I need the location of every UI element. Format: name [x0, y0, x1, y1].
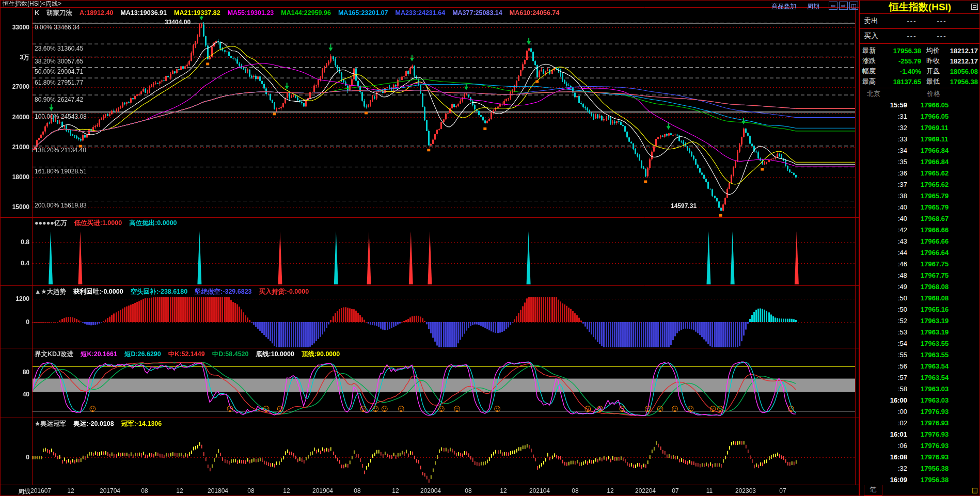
fib-level-label: 200.00% 15619.83 — [35, 202, 87, 209]
tape-price: 17969.11 — [907, 124, 949, 132]
x-axis-tick: 11 — [706, 487, 713, 494]
quote-stat: 17956.38 — [881, 47, 921, 55]
tape-row[interactable]: :4317966.66 — [860, 235, 980, 247]
tick-tape[interactable]: 15:5917966.05:3117966.05:3217969.11:3317… — [860, 99, 980, 485]
quote-stat: 最新 — [862, 46, 881, 55]
tape-row[interactable]: :3317969.11 — [860, 133, 980, 145]
note-icon[interactable]: ▤ — [972, 487, 978, 494]
tape-row[interactable]: :3617965.62 — [860, 167, 980, 179]
indicator-value: 低位买进:1.0000 — [74, 219, 122, 227]
quote-panel: 恒生指数(HSI) 卖出 --- --- 买入 --- --- 最新17956.… — [859, 1, 980, 496]
tape-row[interactable]: :4017968.67 — [860, 213, 980, 224]
tape-row[interactable]: :5317963.19 — [860, 326, 980, 338]
tape-row[interactable]: :3417966.84 — [860, 145, 980, 156]
quote-stat: 昨收 — [921, 56, 942, 66]
main-indicator-line: K胡家刀法A:18912.40MA13:19036.91MA21:19337.8… — [35, 9, 566, 17]
tape-price: 17968.08 — [907, 294, 949, 302]
tape-price: 17976.93 — [907, 430, 949, 438]
tape-row[interactable]: :3217956.38 — [860, 462, 980, 474]
tape-price: 17976.93 — [907, 442, 949, 450]
quote-symbol-title: 恒生指数(HSI) — [860, 1, 980, 14]
tape-price: 17968.08 — [907, 283, 949, 291]
x-axis-tick: 07 — [672, 487, 678, 494]
tape-price: 17956.38 — [907, 476, 949, 484]
tape-time-col: 北京 — [860, 89, 907, 99]
indicator-value: 高位抛出:0.0000 — [129, 219, 177, 227]
overlay-link[interactable]: 商品叠加 — [771, 2, 796, 11]
tape-row[interactable]: :3117966.05 — [860, 110, 980, 122]
tape-row[interactable]: :4817967.75 — [860, 269, 980, 281]
quote-stat-row: 幅度-1.40%开盘18056.08 — [862, 66, 978, 76]
quote-stat: 开盘 — [921, 67, 942, 76]
quote-stat: 18212.17 — [942, 57, 978, 65]
period-label: 周线 — [18, 487, 30, 496]
tape-row[interactable]: :3217969.11 — [860, 122, 980, 133]
tape-row[interactable]: 16:0917956.38 — [860, 474, 980, 485]
tape-row[interactable]: :4617967.75 — [860, 258, 980, 269]
tape-row[interactable]: :4217966.66 — [860, 224, 980, 235]
tape-time: :34 — [860, 147, 907, 154]
tape-time: :52 — [860, 317, 907, 325]
tape-row[interactable]: :5817963.03 — [860, 383, 980, 394]
tape-time: :44 — [860, 249, 907, 257]
tape-price-col: 价格 — [907, 89, 940, 99]
panel-y-label: 0.4 — [1, 260, 29, 267]
tape-time: 16:09 — [860, 476, 907, 484]
x-axis-tick: 08 — [465, 487, 471, 494]
tape-row[interactable]: :5017968.08 — [860, 292, 980, 303]
tape-row[interactable]: :5417963.55 — [860, 338, 980, 349]
panel-y-label: 0 — [1, 454, 29, 461]
panel-y-label: 0 — [1, 318, 29, 326]
tape-row[interactable]: :4917968.08 — [860, 281, 980, 292]
tape-time: :43 — [860, 237, 907, 245]
panel-y-label: 1200 — [1, 295, 29, 302]
tape-row[interactable]: :3517966.84 — [860, 156, 980, 167]
symbol-name: 恒生指数(HSI) — [889, 2, 951, 12]
tape-row[interactable]: :5217963.19 — [860, 315, 980, 326]
indicator-value: MA165:23201.07 — [338, 9, 388, 17]
ask-label: 卖出 — [864, 17, 897, 26]
maximize-icon[interactable] — [971, 4, 978, 10]
tape-row[interactable]: :0217976.93 — [860, 417, 980, 428]
tape-row[interactable]: 16:0817976.93 — [860, 451, 980, 462]
period-link[interactable]: 周期 — [807, 2, 819, 11]
tape-row[interactable]: :3817965.79 — [860, 190, 980, 201]
x-axis-tick: 12 — [67, 487, 74, 494]
x-axis-tick: 201904 — [312, 487, 333, 494]
tape-row[interactable]: 16:0017963.03 — [860, 394, 980, 406]
tape-row[interactable]: :0017976.93 — [860, 406, 980, 417]
tape-row[interactable]: :0617976.93 — [860, 440, 980, 451]
panel-y-label: 40 — [1, 391, 29, 398]
tape-row[interactable]: :3717965.62 — [860, 179, 980, 190]
tape-price: 17966.84 — [907, 147, 949, 154]
x-axis-tick: 202303 — [735, 487, 756, 494]
split-window-icon[interactable]: ◫ — [849, 2, 858, 10]
arrow-left-icon[interactable]: ⇦ — [829, 2, 837, 10]
x-axis-tick: 201607 — [30, 487, 51, 494]
tape-row[interactable]: :5617963.54 — [860, 360, 980, 372]
tape-row[interactable]: :5717963.54 — [860, 372, 980, 383]
quote-stat-row: 最高18137.65最低17956.38 — [862, 76, 978, 87]
tape-row[interactable]: :5517963.55 — [860, 349, 980, 360]
tape-price: 17966.66 — [907, 237, 949, 245]
tape-price: 17968.67 — [907, 215, 949, 222]
bi-tab[interactable]: 笔 — [864, 485, 882, 495]
fib-level-label: 100.00% 24543.08 — [35, 113, 87, 120]
x-axis-tick: 08 — [247, 487, 254, 494]
arrow-right-icon[interactable]: ⇨ — [839, 2, 848, 10]
tape-time: 16:08 — [860, 453, 907, 461]
tape-price: 17963.03 — [907, 396, 949, 404]
fib-level-label: 0.00% 33466.34 — [35, 24, 80, 31]
tape-row[interactable]: 15:5917966.05 — [860, 99, 980, 110]
tape-row[interactable]: 16:0117976.93 — [860, 428, 980, 440]
tape-price: 17965.79 — [907, 192, 949, 200]
tape-row[interactable]: :5017965.16 — [860, 303, 980, 315]
tape-row[interactable]: :4017965.79 — [860, 201, 980, 213]
panel-kdj-header: 界文KDJ改进短K:20.1661短D:26.6290中K:52.1449中D:… — [35, 350, 347, 358]
x-axis-tick: 201704 — [100, 487, 120, 494]
tape-time: :55 — [860, 351, 907, 359]
tape-time: :49 — [860, 283, 907, 291]
tape-time: :54 — [860, 340, 907, 347]
x-axis-tick: 08 — [572, 487, 578, 494]
tape-row[interactable]: :4417966.64 — [860, 247, 980, 258]
